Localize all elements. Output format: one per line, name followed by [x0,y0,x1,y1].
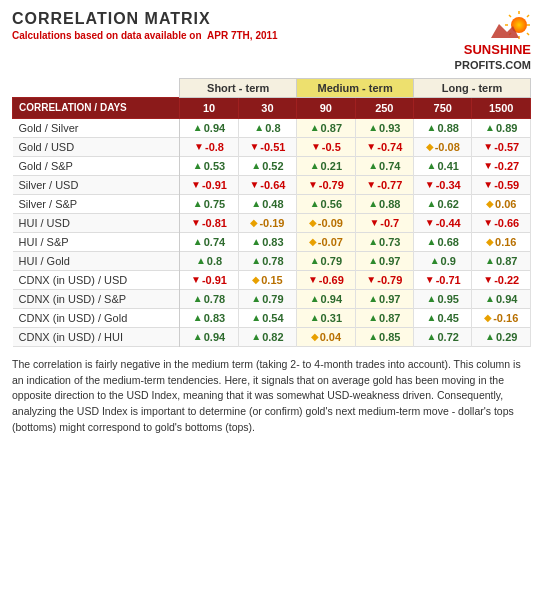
cell-value: -0.66 [494,217,519,229]
cell-value: -0.69 [319,274,344,286]
cell-value: 0.82 [262,331,283,343]
cell-value: -0.91 [202,179,227,191]
svg-line-6 [527,33,529,35]
cell-value: 0.53 [204,160,225,172]
cell-value: 0.97 [379,293,400,305]
cell-value: 0.74 [379,160,400,172]
direction-icon: ▼ [483,141,493,152]
direction-icon: ▲ [427,236,437,247]
direction-icon: ▲ [310,255,320,266]
cell: ▲0.87 [355,308,413,327]
cell-value: 0.88 [379,198,400,210]
term-header-row: Short - term Medium - term Long - term [13,78,531,97]
cell: ◆-0.16 [472,308,531,327]
logo: SUNSHINE PROFITS.COM [455,10,531,72]
direction-icon: ▲ [251,293,261,304]
cell: ▲0.97 [355,289,413,308]
direction-icon: ▼ [308,274,318,285]
direction-icon: ▲ [310,198,320,209]
cell: ▼-0.81 [180,213,238,232]
logo-line1: SUNSHINE [464,42,531,57]
day-col-30: 30 [238,97,296,118]
cell: ▲0.68 [414,232,472,251]
cell: ◆0.15 [238,270,296,289]
cell: ◆-0.19 [238,213,296,232]
direction-icon: ▲ [193,236,203,247]
table-row: Gold / Silver▲0.94▲0.8▲0.87▲0.93▲0.88▲0.… [13,118,531,137]
cell-value: -0.79 [377,274,402,286]
cell-value: 0.74 [204,236,225,248]
row-label: CDNX (in USD) / S&P [13,289,180,308]
cell-value: 0.85 [379,331,400,343]
direction-icon: ▲ [196,255,206,266]
header-row: CORRELATION MATRIX Calculations based on… [12,10,531,72]
cell-value: 0.94 [204,331,225,343]
direction-icon: ▲ [485,293,495,304]
table-row: HUI / S&P▲0.74▲0.83◆-0.07▲0.73▲0.68◆0.16 [13,232,531,251]
cell-value: -0.5 [322,141,341,153]
cell-value: -0.16 [493,312,518,324]
direction-icon: ▼ [194,141,204,152]
cell: ▼-0.77 [355,175,413,194]
cell: ▲0.88 [355,194,413,213]
direction-icon: ▲ [254,122,264,133]
cell: ▼-0.5 [297,137,355,156]
direction-icon: ▲ [193,160,203,171]
cell: ▲0.94 [180,118,238,137]
direction-icon: ▲ [427,160,437,171]
table-row: Silver / S&P▲0.75▲0.48▲0.56▲0.88▲0.62◆0.… [13,194,531,213]
cell: ▲0.82 [238,327,296,346]
direction-icon: ▼ [425,179,435,190]
cell: ▲0.9 [414,251,472,270]
direction-icon: ▲ [251,312,261,323]
direction-icon: ▼ [249,179,259,190]
cell: ▲0.73 [355,232,413,251]
direction-icon: ▲ [193,122,203,133]
cell-value: -0.64 [260,179,285,191]
day-col-90: 90 [297,97,355,118]
direction-icon: ▼ [366,179,376,190]
cell-value: 0.97 [379,255,400,267]
direction-icon: ◆ [311,331,319,342]
direction-icon: ▲ [368,293,378,304]
cell-value: 0.72 [437,331,458,343]
direction-icon: ▲ [193,198,203,209]
direction-icon: ▲ [485,331,495,342]
cell: ▲0.56 [297,194,355,213]
cell-value: 0.75 [204,198,225,210]
direction-icon: ◆ [426,141,434,152]
row-label: Silver / S&P [13,194,180,213]
cell-value: 0.45 [437,312,458,324]
direction-icon: ▲ [251,236,261,247]
medium-term-header: Medium - term [297,78,414,97]
cell-value: -0.08 [435,141,460,153]
row-label: Silver / USD [13,175,180,194]
logo-line2: PROFITS.COM [455,59,531,71]
cell: ▲0.31 [297,308,355,327]
cell-value: -0.77 [377,179,402,191]
cell: ▲0.48 [238,194,296,213]
correlation-table: Short - term Medium - term Long - term C… [12,78,531,347]
row-label: HUI / S&P [13,232,180,251]
cell: ▼-0.27 [472,156,531,175]
direction-icon: ▼ [191,274,201,285]
cell-value: 0.8 [207,255,222,267]
cell-value: 0.83 [204,312,225,324]
cell-value: -0.8 [205,141,224,153]
cell: ▲0.93 [355,118,413,137]
direction-icon: ▲ [251,198,261,209]
cell: ▲0.94 [180,327,238,346]
cell-value: 0.79 [321,255,342,267]
cell-value: -0.59 [494,179,519,191]
cell: ▲0.83 [238,232,296,251]
table-body: Gold / Silver▲0.94▲0.8▲0.87▲0.93▲0.88▲0.… [13,118,531,346]
cell-value: -0.44 [436,217,461,229]
row-label: Gold / USD [13,137,180,156]
direction-icon: ▲ [251,331,261,342]
page-title: CORRELATION MATRIX [12,10,278,28]
table-row: CDNX (in USD) / Gold▲0.83▲0.54▲0.31▲0.87… [13,308,531,327]
direction-icon: ▲ [310,312,320,323]
cell: ▲0.72 [414,327,472,346]
direction-icon: ▲ [427,293,437,304]
direction-icon: ◆ [486,236,494,247]
